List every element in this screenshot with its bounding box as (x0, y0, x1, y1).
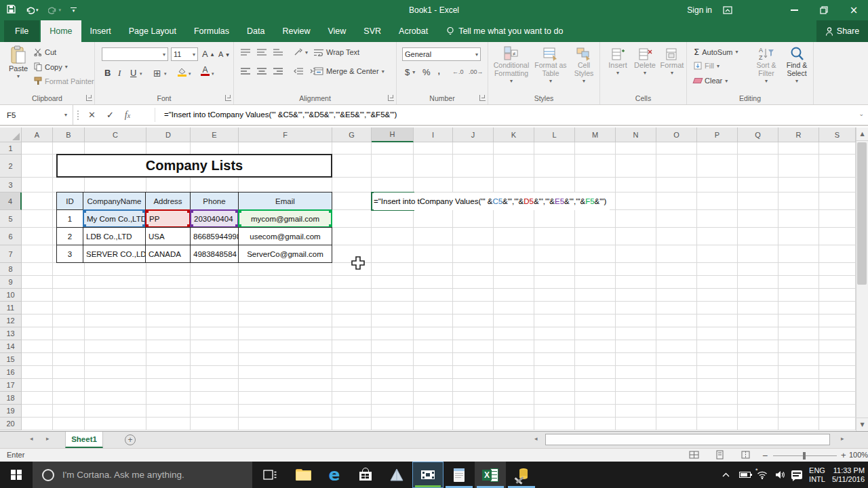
increase-decimal-button[interactable]: ←.0 (452, 68, 464, 75)
table-header-address[interactable]: Address (145, 192, 191, 210)
name-box-dropdown[interactable]: ▾ (64, 112, 67, 118)
align-bottom-button[interactable] (273, 49, 283, 56)
range-handle[interactable] (238, 209, 241, 213)
column-header-G[interactable]: G (332, 127, 372, 142)
column-header-L[interactable]: L (534, 127, 575, 142)
share-button[interactable]: Share (816, 20, 868, 42)
font-color-button[interactable]: A (201, 66, 210, 76)
table-cell-r1c3[interactable]: PP (145, 209, 191, 228)
alignment-dialog-launcher[interactable] (388, 95, 394, 101)
row-header-1[interactable]: 1 (0, 142, 22, 155)
name-box[interactable]: F5 ▾ (0, 105, 73, 125)
column-header-I[interactable]: I (414, 127, 453, 142)
table-cell-r1c5[interactable]: mycom@gmail.com (238, 209, 332, 228)
insert-function-button[interactable]: fx (125, 110, 130, 121)
column-header-P[interactable]: P (697, 127, 738, 142)
range-handle[interactable] (329, 209, 332, 213)
ribbon-tab-svr[interactable]: SVR (355, 20, 390, 42)
select-all-corner[interactable] (0, 127, 22, 142)
decrease-indent-button[interactable] (294, 68, 303, 75)
cell-styles-button[interactable]: Cell Styles▾ (570, 46, 598, 85)
vscroll-up-arrow[interactable]: ▲ (856, 127, 868, 141)
ribbon-tab-file[interactable]: File (4, 20, 39, 42)
font-dialog-launcher[interactable] (225, 95, 231, 101)
currency-format-button[interactable]: $▾ (405, 67, 415, 77)
clear-button[interactable]: Clear▾ (694, 77, 728, 85)
start-button[interactable] (0, 462, 33, 488)
row-header-11[interactable]: 11 (0, 302, 22, 314)
vscroll-down-arrow[interactable]: ▼ (856, 418, 868, 431)
ribbon-tab-page-layout[interactable]: Page Layout (120, 20, 185, 42)
row-header-2[interactable]: 2 (0, 155, 22, 178)
tray-expand-chevron[interactable] (717, 462, 734, 488)
table-cell-r2c3[interactable]: USA (145, 227, 191, 245)
cancel-entry-button[interactable]: ✕ (88, 110, 96, 120)
ribbon-tab-acrobat[interactable]: Acrobat (390, 20, 437, 42)
row-header-16[interactable]: 16 (0, 366, 22, 379)
clipboard-dialog-launcher[interactable] (86, 95, 92, 101)
table-cell-r3c1[interactable]: 3 (56, 245, 83, 263)
comma-format-button[interactable]: , (437, 64, 440, 77)
store-button[interactable] (350, 462, 381, 488)
format-painter-button[interactable]: Format Painter (34, 77, 94, 85)
align-center-button[interactable] (257, 68, 267, 75)
orientation-button[interactable]: ▾ (294, 48, 308, 56)
video-app-button[interactable] (412, 462, 443, 488)
percent-format-button[interactable]: % (422, 67, 431, 77)
sheet-tab-sheet1[interactable]: Sheet1 (65, 432, 103, 448)
decrease-decimal-button[interactable]: .00→ (469, 68, 484, 75)
range-handle[interactable] (145, 209, 149, 213)
borders-dropdown[interactable]: ▾ (164, 71, 167, 77)
column-header-K[interactable]: K (494, 127, 534, 142)
row-header-12[interactable]: 12 (0, 314, 22, 327)
excel-taskbar-button[interactable]: X (475, 462, 506, 488)
bold-button[interactable]: B (104, 68, 111, 78)
number-format-combo[interactable]: General▾ (402, 47, 481, 61)
autosum-button[interactable]: Σ AutoSum▾ (694, 47, 738, 57)
number-dialog-launcher[interactable] (479, 95, 486, 101)
font-color-dropdown[interactable]: ▾ (212, 71, 214, 77)
close-button[interactable]: × (840, 0, 868, 20)
column-header-M[interactable]: M (575, 127, 616, 142)
row-header-3[interactable]: 3 (0, 178, 22, 192)
page-layout-view-button[interactable] (715, 450, 725, 461)
merge-center-button[interactable]: Merge & Center▾ (314, 67, 384, 75)
column-header-B[interactable]: B (53, 127, 85, 142)
column-header-D[interactable]: D (146, 127, 191, 142)
font-name-combo[interactable]: ▾ (102, 47, 168, 61)
align-left-button[interactable] (241, 68, 250, 75)
zoom-in-button[interactable]: + (841, 450, 846, 460)
range-handle[interactable] (190, 209, 193, 213)
insert-cells-button[interactable]: Insert▾ (606, 46, 630, 77)
row-header-4[interactable]: 4 (0, 192, 22, 210)
align-middle-button[interactable] (257, 49, 267, 56)
column-header-S[interactable]: S (819, 127, 856, 142)
column-header-H[interactable]: H (372, 127, 414, 142)
column-header-E[interactable]: E (191, 127, 239, 142)
sql-tools-button[interactable] (506, 462, 537, 488)
sign-in-link[interactable]: Sign in (687, 5, 712, 15)
app-icon-4-button[interactable] (381, 462, 412, 488)
table-cell-r2c4[interactable]: 86685944998 (190, 227, 239, 245)
paste-button[interactable]: Paste ▾ (5, 45, 31, 81)
underline-dropdown[interactable]: ▾ (140, 71, 142, 77)
normal-view-button[interactable] (689, 450, 699, 461)
table-header-email[interactable]: Email (238, 192, 332, 210)
zoom-slider-thumb[interactable] (803, 452, 806, 460)
sheet-nav-next-button[interactable]: ▸ (46, 435, 50, 442)
restore-button[interactable] (810, 0, 838, 20)
column-header-J[interactable]: J (453, 127, 494, 142)
row-header-15[interactable]: 15 (0, 353, 22, 366)
fill-button[interactable]: Fill▾ (694, 62, 719, 70)
conditional-formatting-button[interactable]: ≠ Conditional Formatting▾ (492, 46, 530, 85)
table-header-id[interactable]: ID (56, 192, 83, 210)
column-header-O[interactable]: O (656, 127, 697, 142)
task-view-button[interactable] (255, 462, 285, 488)
range-handle[interactable] (83, 209, 86, 213)
hscroll-right-arrow[interactable]: ▸ (841, 435, 844, 442)
align-right-button[interactable] (273, 68, 283, 75)
table-cell-r2c1[interactable]: 2 (56, 227, 83, 245)
notepad-button[interactable] (443, 462, 475, 488)
table-cell-r1c2[interactable]: My Com Co.,LTD (83, 209, 146, 228)
column-header-R[interactable]: R (778, 127, 819, 142)
